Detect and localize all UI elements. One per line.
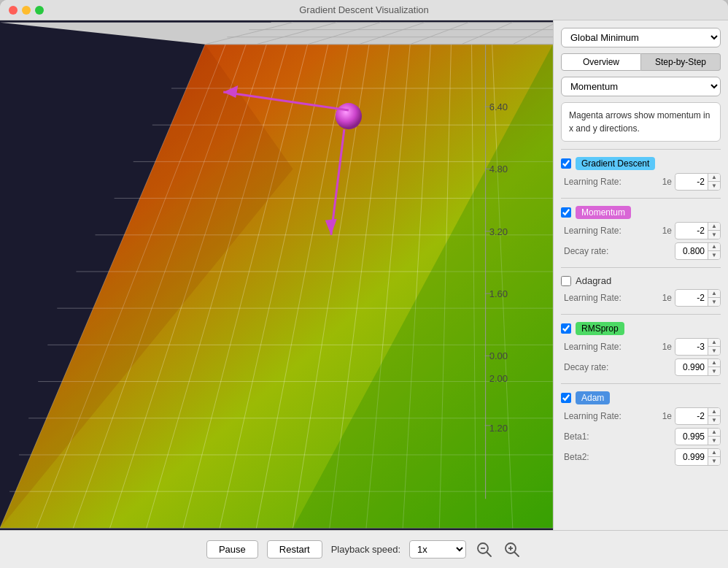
momentum-decay-stepper: ▲ ▼ — [708, 243, 720, 259]
info-box: Magenta arrows show momentum in x and y … — [561, 102, 721, 142]
gradient-descent-lr-row: Learning Rate: 1e ▲ ▼ — [561, 173, 721, 191]
adam-beta2-input-wrap: ▲ ▼ — [675, 448, 721, 466]
algo-adagrad: Adagrad Learning Rate: 1e ▲ ▼ — [561, 275, 721, 307]
adagrad-lr-input-wrap: ▲ ▼ — [675, 289, 721, 307]
momentum-lr-label: Learning Rate: — [564, 226, 659, 236]
divider-3 — [561, 267, 721, 268]
adam-lr-down[interactable]: ▼ — [708, 416, 720, 424]
adam-beta1-down[interactable]: ▼ — [708, 437, 720, 445]
adam-beta1-row: Beta1: ▲ ▼ — [561, 428, 721, 445]
adam-beta1-up[interactable]: ▲ — [708, 429, 720, 437]
rmsprop-decay-input[interactable] — [675, 361, 708, 374]
momentum-decay-up[interactable]: ▲ — [708, 243, 720, 251]
adagrad-lr-row: Learning Rate: 1e ▲ ▼ — [561, 289, 721, 307]
momentum-decay-input[interactable] — [675, 245, 708, 258]
rmsprop-lr-label: Learning Rate: — [564, 342, 659, 352]
rmsprop-lr-stepper: ▲ ▼ — [708, 339, 720, 355]
pause-button[interactable]: Pause — [206, 540, 258, 559]
adam-lr-up[interactable]: ▲ — [708, 408, 720, 416]
adagrad-lr-up[interactable]: ▲ — [708, 290, 720, 298]
rmsprop-decay-down[interactable]: ▼ — [708, 367, 720, 375]
window-title: Gradient Descent Visualization — [299, 4, 429, 15]
adam-beta2-row: Beta2: ▲ ▼ — [561, 448, 721, 466]
adagrad-lr-label: Learning Rate: — [564, 293, 659, 303]
info-text: Magenta arrows show momentum in x and y … — [569, 110, 710, 134]
adagrad-checkbox[interactable] — [561, 276, 571, 286]
surface-svg: 6.40 4.80 3.20 1.60 0.00 2.00 1.20 — [0, 20, 553, 530]
adam-beta2-label: Beta2: — [564, 452, 672, 462]
adam-beta2-down[interactable]: ▼ — [708, 457, 720, 465]
tab-overview[interactable]: Overview — [561, 53, 641, 71]
divider-2 — [561, 198, 721, 199]
gradient-descent-checkbox[interactable] — [561, 158, 571, 169]
momentum-lr-input-wrap: ▲ ▼ — [675, 222, 721, 239]
svg-text:0.00: 0.00 — [489, 350, 508, 361]
momentum-lr-up[interactable]: ▲ — [708, 223, 720, 231]
algo-momentum: Momentum Learning Rate: 1e ▲ ▼ Decay rat… — [561, 206, 721, 260]
momentum-lr-prefix: 1e — [662, 226, 672, 236]
momentum-lr-row: Learning Rate: 1e ▲ ▼ — [561, 222, 721, 239]
gradient-descent-lr-down[interactable]: ▼ — [708, 182, 720, 190]
adagrad-lr-stepper: ▲ ▼ — [708, 290, 720, 306]
maximize-button[interactable] — [35, 6, 44, 15]
divider-4 — [561, 314, 721, 315]
adam-checkbox[interactable] — [561, 393, 571, 403]
rmsprop-lr-down[interactable]: ▼ — [708, 347, 720, 355]
algo-rmsprop: RMSprop Learning Rate: 1e ▲ ▼ Decay rate… — [561, 322, 721, 376]
momentum-lr-stepper: ▲ ▼ — [708, 223, 720, 239]
gradient-descent-lr-input[interactable] — [675, 175, 708, 188]
momentum-checkbox[interactable] — [561, 207, 571, 218]
svg-text:3.20: 3.20 — [489, 226, 508, 237]
zoom-in-icon — [504, 542, 520, 558]
adam-beta2-stepper: ▲ ▼ — [708, 449, 720, 465]
restart-button[interactable]: Restart — [267, 540, 322, 559]
preset-dropdown-row: Global Minimum Local Minimum Saddle Poin… — [561, 28, 721, 47]
rmsprop-lr-up[interactable]: ▲ — [708, 339, 720, 347]
gradient-descent-lr-up[interactable]: ▲ — [708, 174, 720, 182]
visualization-area: 6.40 4.80 3.20 1.60 0.00 2.00 1.20 — [0, 20, 553, 530]
gradient-descent-lr-input-wrap: ▲ ▼ — [675, 173, 721, 191]
adam-beta2-up[interactable]: ▲ — [708, 449, 720, 457]
momentum-decay-down[interactable]: ▼ — [708, 251, 720, 259]
svg-text:1.20: 1.20 — [489, 423, 508, 434]
svg-line-66 — [487, 552, 492, 556]
close-button[interactable] — [9, 6, 18, 15]
divider-1 — [561, 149, 721, 150]
zoom-out-button[interactable] — [475, 540, 494, 559]
adagrad-lr-input[interactable] — [675, 291, 708, 304]
rmsprop-lr-row: Learning Rate: 1e ▲ ▼ — [561, 338, 721, 356]
adam-lr-row: Learning Rate: 1e ▲ ▼ — [561, 407, 721, 425]
adam-lr-input[interactable] — [675, 410, 708, 423]
content-area: 6.40 4.80 3.20 1.60 0.00 2.00 1.20 — [0, 20, 728, 530]
momentum-lr-down[interactable]: ▼ — [708, 231, 720, 239]
svg-text:1.60: 1.60 — [489, 288, 508, 299]
descent-sphere — [336, 103, 362, 129]
momentum-decay-label: Decay rate: — [564, 246, 672, 256]
zoom-in-button[interactable] — [503, 540, 522, 559]
rmsprop-lr-prefix: 1e — [662, 342, 672, 352]
rmsprop-decay-label: Decay rate: — [564, 362, 672, 372]
algo-rmsprop-header: RMSprop — [561, 322, 721, 335]
adam-beta1-stepper: ▲ ▼ — [708, 429, 720, 445]
speed-select[interactable]: 0.25x 0.5x 1x 2x 4x — [409, 540, 466, 559]
algo-gradient-descent-header: Gradient Descent — [561, 157, 721, 170]
divider-5 — [561, 383, 721, 384]
rmsprop-checkbox[interactable] — [561, 323, 571, 334]
algo-gradient-descent: Gradient Descent Learning Rate: 1e ▲ ▼ — [561, 157, 721, 191]
adam-beta1-input[interactable] — [675, 430, 708, 443]
playback-speed-label: Playback speed: — [331, 544, 400, 555]
rmsprop-lr-input[interactable] — [675, 340, 708, 353]
rmsprop-decay-up[interactable]: ▲ — [708, 359, 720, 367]
tab-stepbystep[interactable]: Step-by-Step — [641, 53, 721, 71]
gradient-descent-badge: Gradient Descent — [576, 157, 655, 170]
adagrad-lr-down[interactable]: ▼ — [708, 298, 720, 306]
svg-line-70 — [515, 552, 519, 556]
preset-select[interactable]: Global Minimum Local Minimum Saddle Poin… — [561, 28, 721, 47]
momentum-lr-input[interactable] — [675, 224, 708, 237]
adam-lr-stepper: ▲ ▼ — [708, 408, 720, 424]
adam-beta2-input[interactable] — [675, 450, 708, 464]
mode-select[interactable]: Momentum Position Gradient — [561, 77, 721, 96]
rmsprop-decay-stepper: ▲ ▼ — [708, 359, 720, 375]
minimize-button[interactable] — [22, 6, 31, 15]
gradient-descent-lr-label: Learning Rate: — [564, 177, 659, 187]
